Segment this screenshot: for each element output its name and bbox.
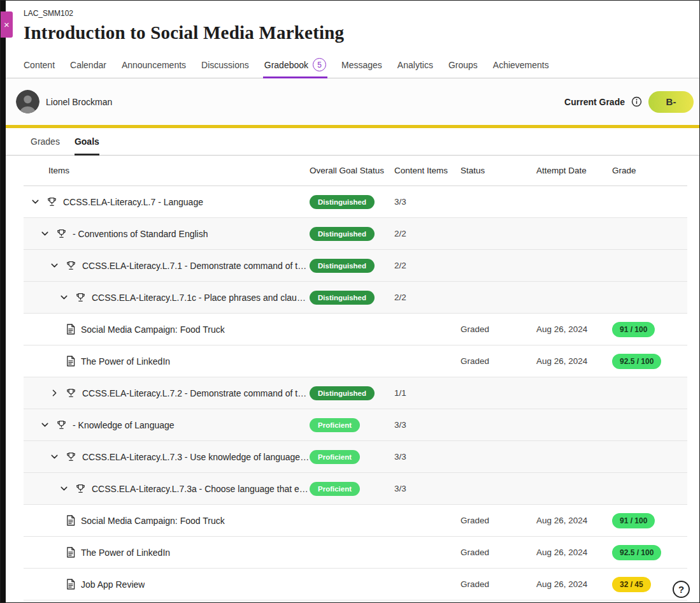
goal-trophy-icon (75, 292, 86, 303)
grade-badge: 32 / 45 (612, 577, 651, 592)
student-bar: Lionel Brockman Current Grade B- (1, 78, 699, 125)
nav-tab-messages[interactable]: Messages (341, 52, 382, 78)
document-icon (66, 547, 75, 558)
goal-status-badge: Proficient (310, 450, 360, 464)
gradebook-count-badge: 5 (313, 58, 326, 71)
chevron-down-icon[interactable] (58, 292, 69, 303)
items-cell: - Conventions of Standard English (24, 228, 310, 240)
items-cell: CCSS.ELA-Literacy.L.7.2 - Demonstrate co… (24, 388, 310, 399)
avatar (16, 90, 39, 113)
items-cell: The Power of LinkedIn (24, 547, 310, 558)
document-icon (66, 356, 75, 367)
help-icon: ? (678, 584, 684, 595)
nav-tab-groups[interactable]: Groups (448, 52, 478, 78)
nav-tab-discussions[interactable]: Discussions (201, 52, 249, 78)
items-cell: Social Media Campaign: Food Truck (24, 515, 310, 526)
content-item-row: The Power of LinkedInGradedAug 26, 20249… (24, 345, 687, 377)
chevron-down-icon[interactable] (29, 196, 41, 208)
grade-badge: 92.5 / 100 (612, 545, 661, 560)
chevron-down-icon[interactable] (39, 228, 50, 240)
goal-row: CCSS.ELA-Literacy.L.7.2 - Demonstrate co… (24, 377, 687, 409)
course-header: LAC_SMM102 Introduction to Social Media … (1, 1, 699, 52)
goal-status-cell: Distinguished (310, 195, 394, 209)
items-cell: CCSS.ELA-Literacy.L.7.1 - Demonstrate co… (24, 260, 310, 272)
items-cell: The Power of LinkedIn (24, 356, 310, 367)
grade-cell: 91 / 100 (612, 513, 687, 528)
content-item-label: Job App Review (81, 579, 145, 590)
attempt-date-cell: Aug 26, 2024 (536, 324, 612, 334)
content-items-count: 3/3 (394, 420, 461, 430)
subtab-goals[interactable]: Goals (75, 128, 99, 155)
nav-tab-label: Analytics (397, 60, 433, 70)
column-header-status: Status (461, 166, 536, 175)
nav-tab-label: Messages (341, 60, 382, 70)
nav-tab-achievements[interactable]: Achievements (493, 52, 549, 78)
nav-tab-content[interactable]: Content (24, 52, 55, 78)
goal-status-cell: Proficient (310, 450, 394, 464)
nav-tab-label: Achievements (493, 60, 549, 70)
grade-cell: 92.5 / 100 (612, 354, 687, 369)
nav-tab-analytics[interactable]: Analytics (397, 52, 433, 78)
nav-tab-calendar[interactable]: Calendar (70, 52, 106, 78)
goals-table-header: Items Overall Goal Status Content Items … (24, 156, 687, 186)
column-header-items: Items (24, 166, 310, 175)
status-cell: Graded (461, 579, 536, 589)
nav-tabs: ContentCalendarAnnouncementsDiscussionsG… (1, 52, 699, 78)
help-button[interactable]: ? (673, 581, 690, 598)
goal-trophy-icon (46, 196, 57, 207)
chevron-right-icon[interactable] (48, 388, 60, 399)
goal-label: CCSS.ELA-Literacy.L.7.2 - Demonstrate co… (82, 388, 310, 398)
goal-label: CCSS.ELA-Literacy.L.7.3a - Choose langua… (92, 484, 310, 494)
grade-badge: 91 / 100 (612, 513, 655, 528)
goal-label: - Conventions of Standard English (73, 229, 208, 239)
subtab-grades[interactable]: Grades (31, 128, 60, 155)
goals-table: Items Overall Goal Status Content Items … (24, 156, 687, 600)
page-title: Introduction to Social Media Marketing (24, 22, 676, 43)
goal-label: CCSS.ELA-Literacy.L.7 - Language (63, 197, 203, 207)
goal-status-badge: Distinguished (310, 227, 375, 241)
items-cell: Social Media Campaign: Food Truck (24, 324, 310, 335)
close-panel-tab[interactable]: × (1, 11, 13, 38)
nav-tab-label: Discussions (201, 60, 249, 70)
content-item-row: Job App ReviewGradedAug 26, 202432 / 45 (24, 569, 687, 600)
status-cell: Graded (461, 516, 536, 525)
goal-trophy-icon (66, 260, 76, 271)
content-items-count: 2/2 (394, 229, 461, 238)
info-icon[interactable] (631, 96, 642, 107)
goal-status-badge: Distinguished (310, 259, 375, 273)
goal-label: CCSS.ELA-Literacy.L.7.1c - Place phrases… (92, 293, 310, 303)
content-item-label: Social Media Campaign: Food Truck (81, 324, 225, 335)
status-cell: Graded (461, 548, 536, 557)
goal-status-badge: Distinguished (310, 195, 375, 209)
content-items-count: 1/1 (394, 388, 461, 398)
current-grade-pill[interactable]: B- (648, 91, 694, 113)
goal-trophy-icon (56, 228, 67, 239)
chevron-down-icon[interactable] (58, 483, 69, 495)
course-code: LAC_SMM102 (24, 9, 676, 18)
chevron-down-icon[interactable] (48, 260, 60, 272)
goal-status-badge: Proficient (310, 482, 360, 496)
goal-trophy-icon (75, 483, 86, 494)
chevron-down-icon[interactable] (48, 451, 60, 463)
content-items-count: 3/3 (394, 484, 461, 493)
nav-tab-gradebook[interactable]: Gradebook5 (264, 52, 326, 78)
document-icon (66, 324, 75, 335)
items-cell: CCSS.ELA-Literacy.L.7 - Language (24, 196, 310, 208)
nav-tab-announcements[interactable]: Announcements (122, 52, 186, 78)
chevron-down-icon[interactable] (39, 419, 50, 431)
nav-tab-label: Gradebook (264, 60, 308, 70)
nav-tab-label: Calendar (70, 60, 106, 70)
goal-status-cell: Distinguished (310, 386, 394, 400)
grade-badge: 92.5 / 100 (612, 354, 661, 369)
content-item-label: Social Media Campaign: Food Truck (81, 516, 225, 526)
goal-row: CCSS.ELA-Literacy.L.7.1c - Place phrases… (24, 282, 687, 314)
goal-trophy-icon (66, 451, 76, 462)
items-cell: CCSS.ELA-Literacy.L.7.3 - Use knowledge … (24, 451, 310, 463)
goal-label: CCSS.ELA-Literacy.L.7.3 - Use knowledge … (82, 452, 310, 462)
goal-row: CCSS.ELA-Literacy.L.7 - LanguageDistingu… (24, 186, 687, 218)
document-icon (66, 515, 75, 526)
goal-trophy-icon (66, 388, 76, 398)
content-items-count: 2/2 (394, 261, 461, 270)
gradebook-subtabs: GradesGoals (1, 128, 699, 156)
content-item-label: The Power of LinkedIn (81, 356, 170, 367)
